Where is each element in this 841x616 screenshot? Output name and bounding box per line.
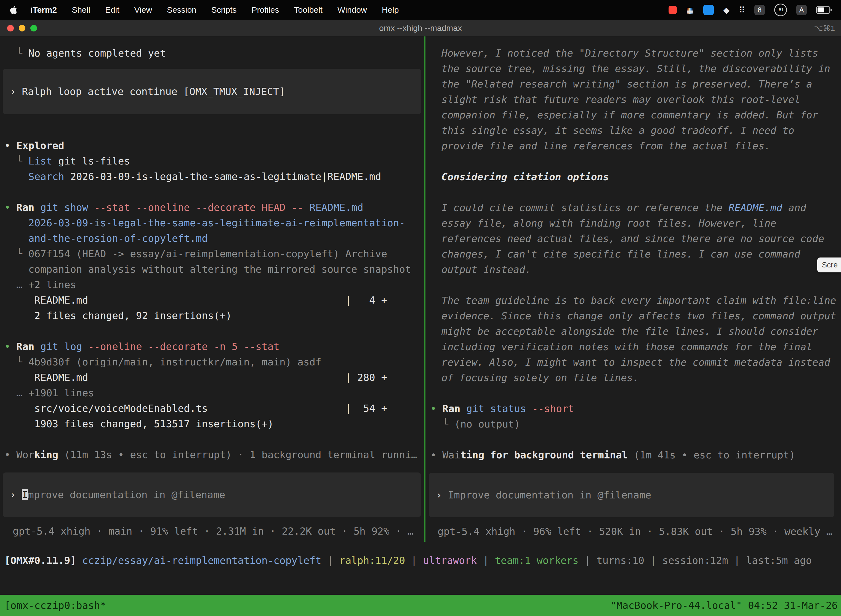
reasoning-paragraph-2: I could cite commit statistics or refere…: [441, 200, 838, 277]
screen-overlay-tab[interactable]: Scre: [817, 258, 841, 273]
menu-item-toolbelt[interactable]: Toolbelt: [287, 5, 330, 15]
log-diffstat-summary: 1903 files changed, 513517 insertions(+): [4, 416, 424, 432]
no-output-line: └ (no output): [431, 417, 838, 432]
menu-item-edit[interactable]: Edit: [98, 5, 127, 15]
prompt-input-right[interactable]: › Improve documentation in @filename: [429, 473, 834, 517]
prompt-input-right-text: › Improve documentation in @filename: [436, 487, 651, 503]
left-pane: └ No agents completed yet › Ralph loop a…: [0, 37, 424, 542]
tmux-host-clock: "MacBook-Pro-44.local" 04:52 31-Mar-26: [610, 600, 838, 611]
reasoning-heading: Considering citation options: [441, 169, 838, 185]
menu-item-iterm2[interactable]: iTerm2: [26, 5, 64, 15]
battery-icon[interactable]: [816, 6, 832, 14]
apple-menu-icon[interactable]: [9, 4, 19, 15]
menu-item-window[interactable]: Window: [330, 5, 374, 15]
more-lines-indicator: … +2 lines: [4, 277, 424, 293]
explored-header: • Explored: [4, 138, 424, 154]
pane-shortcut-indicator: ⌥⌘1: [814, 20, 835, 37]
filename-line-2: and-the-erosion-of-copyleft.md: [4, 231, 424, 246]
model-status-left: gpt-5.4 xhigh · main · 91% left · 2.31M …: [4, 524, 424, 539]
tmux-session-window: [omx-cczip0:bash*: [4, 600, 106, 611]
input-source-icon[interactable]: A: [796, 5, 807, 15]
log-diffstat-voice: src/voice/voiceModeEnabled.ts | 54 +: [4, 401, 424, 416]
commit-line-wrap: companion analysis without altering the …: [4, 262, 424, 277]
filename-line-1: 2026-03-09-is-legal-the-same-as-legitima…: [4, 215, 424, 231]
menu-item-view[interactable]: View: [127, 5, 160, 15]
terminal-panes: └ No agents completed yet › Ralph loop a…: [0, 37, 841, 542]
ran-git-log-line: • Ran git log --oneline --decorate -n 5 …: [4, 339, 424, 354]
model-status-right: gpt-5.4 xhigh · 96% left · 520K in · 5.8…: [431, 524, 838, 539]
blue-app-icon[interactable]: [703, 5, 714, 15]
log-diffstat-readme: README.md | 280 +: [4, 370, 424, 385]
prompt-input-left-text: › Improve documentation in @filename: [10, 487, 225, 503]
reasoning-paragraph-3: The team guideline is to back every impo…: [441, 293, 838, 386]
battery-percentage-icon[interactable]: .61: [774, 4, 787, 16]
menu-item-help[interactable]: Help: [374, 5, 406, 15]
ralph-inject-box[interactable]: › Ralph loop active continue [OMX_TMUX_I…: [3, 69, 421, 114]
app-launcher-icon[interactable]: ⠿: [739, 5, 745, 15]
ralph-inject-text: › Ralph loop active continue [OMX_TMUX_I…: [10, 84, 285, 99]
diffstat-readme: README.md | 4 +: [4, 293, 424, 308]
waiting-status-line: • Waiting for background terminal (1m 41…: [431, 447, 838, 463]
omx-status-line: [OMX#0.11.9] cczip/essay/ai-reimplementa…: [4, 553, 834, 568]
working-status-line: • Working (11m 13s • esc to interrupt) ·…: [4, 447, 424, 462]
menu-item-session[interactable]: Session: [160, 5, 204, 15]
reasoning-paragraph-1: However, I noticed the "Directory Struct…: [441, 45, 838, 154]
agents-status-line: └ No agents completed yet: [4, 45, 424, 61]
menu-item-shell[interactable]: Shell: [64, 5, 98, 15]
screen: iTerm2 Shell Edit View Session Scripts P…: [0, 0, 841, 616]
diamond-app-icon[interactable]: ◆: [723, 5, 730, 15]
menubar-status-icons: ▦ ◆ ⠿ 8 .61 A: [668, 4, 832, 16]
omx-status-row: [OMX#0.11.9] cczip/essay/ai-reimplementa…: [0, 542, 841, 595]
minimize-button[interactable]: [19, 25, 25, 31]
log-commit-line: └ 4b9d30f (origin/main, instructkr/main,…: [4, 354, 424, 370]
diffstat-summary: 2 files changed, 92 insertions(+): [4, 308, 424, 323]
zoom-button[interactable]: [30, 25, 37, 31]
screen-recording-stop-icon[interactable]: [668, 6, 677, 14]
explored-list-line: └ List git ls-files: [4, 154, 424, 169]
right-pane: However, I noticed the "Directory Struct…: [425, 37, 841, 542]
prompt-input-left[interactable]: › Improve documentation in @filename: [3, 472, 421, 517]
window-title: omx --xhigh --madmax: [379, 23, 462, 33]
menu-item-scripts[interactable]: Scripts: [204, 5, 244, 15]
ran-git-status-line: • Ran git status --short: [431, 401, 838, 417]
keyboard-layout-icon[interactable]: 8: [755, 5, 765, 15]
commit-line: └ 067f154 (HEAD -> essay/ai-reimplementa…: [4, 246, 424, 262]
macos-menubar: iTerm2 Shell Edit View Session Scripts P…: [0, 0, 841, 20]
window-titlebar: omx --xhigh --madmax ⌥⌘1: [0, 20, 841, 37]
tmux-statusbar: [omx-cczip0:bash* "MacBook-Pro-44.local"…: [0, 595, 841, 616]
close-button[interactable]: [7, 25, 14, 31]
explored-search-line: Search 2026-03-09-is-legal-the-same-as-l…: [4, 169, 424, 184]
log-more-lines-indicator: … +1901 lines: [4, 385, 424, 401]
menu-item-profiles[interactable]: Profiles: [244, 5, 286, 15]
window-grid-icon[interactable]: ▦: [686, 5, 694, 15]
ran-git-show-line: • Ran git show --stat --oneline --decora…: [4, 200, 424, 215]
window-controls: [7, 20, 37, 37]
